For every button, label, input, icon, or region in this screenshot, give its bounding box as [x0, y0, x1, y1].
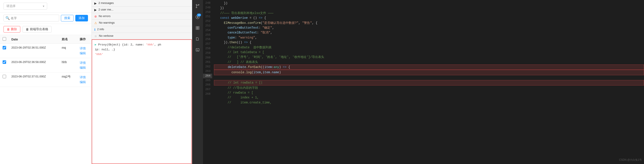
- row-checkbox-cell-0: [0, 44, 9, 58]
- debug-run-icon[interactable]: 10: [194, 13, 202, 21]
- debug-badge: 10: [197, 14, 201, 17]
- code-line-265: // //导出内容的字段: [214, 85, 644, 90]
- select-all-checkbox[interactable]: [2, 37, 6, 41]
- code-content: 2482492502512522532542552562572582592602…: [203, 0, 644, 164]
- line-num-257: 257: [203, 42, 212, 46]
- select-dropdown[interactable]: 请选择 ▾: [4, 3, 47, 10]
- search-button[interactable]: 搜索: [61, 15, 74, 22]
- svg-rect-4: [196, 27, 197, 28]
- row-checkbox-1[interactable]: [2, 60, 6, 64]
- search-wrapper: 🔍: [4, 15, 59, 22]
- console-icon-error: ⊗: [94, 15, 97, 18]
- console-label-message: 2 messages: [98, 1, 114, 5]
- console-label-info: 2 info: [97, 28, 104, 31]
- line-num-267: 267: [203, 87, 212, 92]
- terminal-icon[interactable]: [194, 46, 202, 54]
- console-item-warning[interactable]: ⚠ No warnings: [92, 20, 192, 26]
- console-icon-verbose: ☆: [94, 34, 97, 38]
- line-num-254: 254: [203, 28, 212, 33]
- code-line-249: }): [214, 6, 644, 11]
- row-checkbox-0[interactable]: [2, 46, 6, 49]
- row-name-1: hhh: [59, 58, 77, 72]
- col-header-checkbox: [0, 35, 9, 44]
- left-panel: 请选择 ▾ 🔍 搜索 添加 🗑 删除 🗑 前端导出表格: [0, 0, 92, 164]
- line-num-264: 264: [203, 74, 212, 78]
- row-edit-link-2[interactable]: 编辑: [80, 80, 89, 84]
- console-output-area: ▶ Proxy(Object) {id: 2, name: 'hhh', ph …: [92, 39, 192, 164]
- console-label-error: No errors: [99, 15, 110, 18]
- row-detail-link-0[interactable]: 详情: [80, 46, 89, 51]
- code-line-262: console.log(item,item.name): [214, 70, 644, 75]
- data-table: Date 姓名 操作 2023-06-29T02:36:51.000Z mq 详…: [0, 35, 92, 87]
- console-item-error[interactable]: ⊗ No errors: [92, 13, 192, 20]
- row-detail-link-2[interactable]: 详情: [80, 75, 89, 80]
- add-button[interactable]: 添加: [75, 15, 88, 22]
- console-label-warning: No warnings: [99, 21, 114, 24]
- row-date-0: 2023-06-29T02:36:51.000Z: [9, 44, 59, 58]
- row-name-0: mq: [59, 44, 77, 58]
- code-line-252: ElMessageBox.confirm("是否确认导出选中数据?", "警告"…: [214, 21, 644, 25]
- row-actions-1: 详情 编辑: [77, 58, 92, 72]
- console-line-1: ▶ Proxy(Object) {id: 2, name: 'hhh', ph: [95, 42, 189, 47]
- line-num-260: 260: [203, 56, 212, 60]
- table-row: 2023-06-29T02:37:01.000Z mq2号 详情 编辑: [0, 72, 92, 87]
- table-row: 2023-06-29T02:36:58.000Z hhh 详情 编辑: [0, 58, 92, 72]
- icon-sidebar: 10: [192, 0, 203, 164]
- console-line-3: 'hhh': [95, 52, 189, 57]
- code-line-251: const webDerive = () => {: [214, 16, 644, 20]
- code-line-248: }): [214, 1, 644, 6]
- line-num-263: 263: [203, 69, 212, 74]
- console-icon-user: ▶: [94, 8, 97, 12]
- code-line-259: // ['序号', '时间', '姓名', '地址', '收件地址']/导出表头: [214, 55, 644, 60]
- row-date-1: 2023-06-29T02:36:58.000Z: [9, 58, 59, 72]
- console-item-verbose[interactable]: ☆ No verbose: [92, 33, 192, 39]
- action-area: 🗑 删除 🗑 前端导出表格: [0, 24, 92, 35]
- select-placeholder: 请选择: [6, 4, 16, 8]
- console-item-message[interactable]: ▶ 2 messages: [92, 0, 192, 7]
- row-checkbox-2[interactable]: [2, 75, 6, 78]
- search-input[interactable]: [11, 17, 57, 20]
- svg-rect-5: [198, 27, 199, 28]
- col-header-action: 操作: [77, 35, 92, 44]
- line-num-255: 255: [203, 33, 212, 37]
- svg-rect-7: [198, 28, 199, 30]
- source-control-icon[interactable]: [194, 2, 202, 10]
- console-icon-info: ℹ: [94, 28, 96, 31]
- extensions-icon[interactable]: [194, 24, 202, 32]
- watermark: CSDN @大白兔1号: [619, 158, 642, 162]
- row-checkbox-cell-1: [0, 58, 9, 72]
- line-num-268: 268: [203, 92, 212, 96]
- export-button[interactable]: 🗑 前端导出表格: [22, 26, 52, 33]
- row-edit-link-1[interactable]: 编辑: [80, 65, 89, 70]
- col-header-date: Date: [9, 35, 59, 44]
- files-icon[interactable]: [194, 35, 202, 43]
- code-line-254: cancelButtonText: "取消",: [214, 30, 644, 35]
- line-num-259: 259: [203, 51, 212, 56]
- line-num-261: 261: [203, 60, 212, 65]
- code-line-268: // item.create_time,: [214, 100, 644, 105]
- row-actions-2: 详情 编辑: [77, 72, 92, 87]
- console-item-user[interactable]: ▶ 2 user me...: [92, 7, 192, 13]
- code-lines: }) }) //——— 导出表格到本地xlsx文件 ——— const webD…: [214, 0, 644, 164]
- code-line-257: //deleteDate 选中数据列表: [214, 45, 644, 50]
- line-num-248: 248: [203, 1, 212, 6]
- code-line-253: confirmButtonText: "确定",: [214, 25, 644, 30]
- code-line-258: // let tableData = [: [214, 50, 644, 55]
- row-detail-link-1[interactable]: 详情: [80, 60, 89, 65]
- line-num-252: 252: [203, 19, 212, 24]
- code-panel: 2482492502512522532542552562572582592602…: [203, 0, 644, 164]
- console-label-user: 2 user me...: [98, 8, 114, 11]
- console-item-info[interactable]: ℹ 2 info: [92, 26, 192, 33]
- select-area: 请选择 ▾: [0, 0, 92, 13]
- code-line-264: // let rowData = [|: [214, 80, 644, 85]
- console-line-2: ip: null, …}: [95, 47, 189, 52]
- row-date-2: 2023-06-29T02:37:01.000Z: [9, 72, 59, 87]
- delete-button[interactable]: 🗑 删除: [4, 26, 20, 33]
- line-num-253: 253: [203, 24, 212, 28]
- code-line-267: // index + 1,: [214, 95, 644, 100]
- line-num-266: 266: [203, 83, 212, 87]
- code-line-256: }).then(() => {: [214, 40, 644, 45]
- table-row: 2023-06-29T02:36:51.000Z mq 详情 编辑: [0, 44, 92, 58]
- row-edit-link-0[interactable]: 编辑: [80, 51, 89, 56]
- line-num-251: 251: [203, 15, 212, 19]
